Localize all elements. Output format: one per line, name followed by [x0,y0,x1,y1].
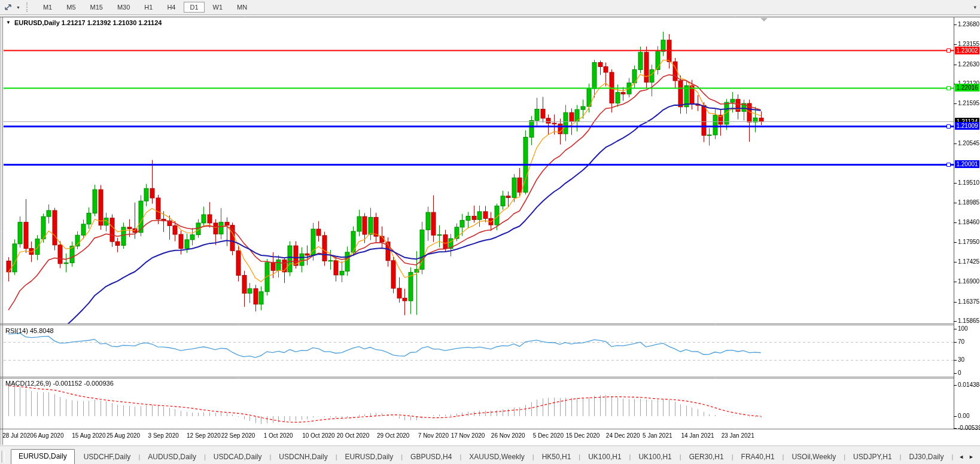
chart-tab-eurusd-daily[interactable]: EURUSD,Daily [11,449,75,464]
timeframe-buttons: M1M5M15M30H1H4D1W1MN [36,2,254,13]
chart-canvas[interactable] [0,0,980,464]
chart-tab-bar: EURUSD,DailyUSDCHF,Daily|AUDUSD,Daily|US… [0,445,980,464]
tab-scroll-arrows: ◄ ► [955,454,980,464]
chart-tab-usdcnh-daily[interactable]: USDCNH,Daily [271,450,335,464]
timeframe-button-d1[interactable]: D1 [184,2,204,13]
chart-tab-uk100-h1[interactable]: UK100,H1 [631,450,679,464]
timeframe-button-mn[interactable]: MN [231,2,253,13]
chart-tab-uk100-h1[interactable]: UK100,H1 [580,450,629,464]
chart-tab-dj30-daily[interactable]: DJ30,Daily [901,450,951,464]
chart-tab-usdjpy-h1[interactable]: USDJPY,H1 [845,450,899,464]
timeframe-button-m15[interactable]: M15 [84,2,109,13]
tab-scroll-right-icon[interactable]: ► [969,454,974,460]
chart-tabs: EURUSD,DailyUSDCHF,Daily|AUDUSD,Daily|US… [7,446,955,464]
timeframe-toolbar: ▼ M1M5M15M30H1H4D1W1MN ▾ [0,0,980,15]
chart-tab-eurusd-daily[interactable]: EURUSD,Daily [337,450,401,464]
tab-scroll-left-icon[interactable]: ◄ [958,454,964,460]
chart-tab-usdcad-daily[interactable]: USDCAD,Daily [206,450,270,464]
chart-tab-fra40-h1[interactable]: FRA40,H1 [734,450,783,464]
timeframe-button-h1[interactable]: H1 [138,2,159,13]
chart-tab-xauusd-weekly[interactable]: XAUUSD,Weekly [461,450,532,464]
timeframe-button-m5[interactable]: M5 [60,2,81,13]
chevron-down-icon[interactable]: ▼ [16,5,20,10]
chart-tab-usoil-weekly[interactable]: USOil,Weekly [784,450,844,464]
toolbar-grip[interactable] [26,2,30,12]
timeframe-button-w1[interactable]: W1 [207,2,229,13]
timeframe-button-m1[interactable]: M1 [37,2,58,13]
chart-tab-usdchf-daily[interactable]: USDCHF,Daily [76,450,139,464]
chart-tab-audusd-daily[interactable]: AUDUSD,Daily [140,450,204,464]
timeframe-button-m30[interactable]: M30 [111,2,136,13]
tabbar-grip[interactable] [1,451,5,463]
toolbar-overflow-icon[interactable]: ▾ [973,4,976,10]
chart-tool-icon[interactable] [4,2,14,12]
chart-tab-hk50-h1[interactable]: HK50,H1 [534,450,579,464]
chart-tab-ger30-h1[interactable]: GER30,H1 [681,450,732,464]
chart-tab-gbpusd-h4[interactable]: GBPUSD,H4 [403,450,459,464]
timeframe-button-h4[interactable]: H4 [161,2,181,13]
